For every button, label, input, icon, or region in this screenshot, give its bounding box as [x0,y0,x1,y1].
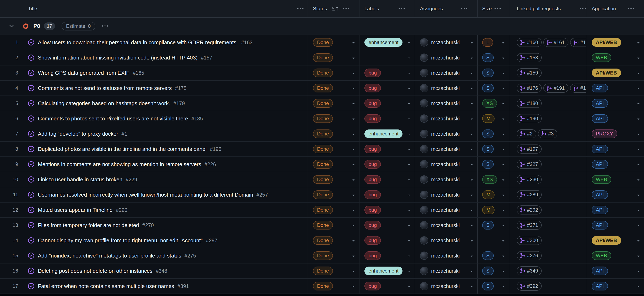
issue-title[interactable]: Show information about missing invitatio… [38,54,198,61]
pr-chip[interactable]: #161 [543,38,568,47]
status-pill[interactable]: Done [313,68,333,77]
app-pill[interactable]: API [592,190,608,199]
status-pill[interactable]: Done [313,38,333,47]
caret-down-icon[interactable] [470,238,474,243]
caret-down-icon[interactable] [351,71,356,75]
caret-down-icon[interactable] [407,208,411,212]
label-pill[interactable]: bug [364,99,381,108]
issue-title[interactable]: Muted users appear in Timeline [38,207,112,213]
labels-cell[interactable]: enhancement [360,35,415,50]
caret-down-icon[interactable] [407,40,411,45]
caret-down-icon[interactable] [501,147,506,152]
label-pill[interactable]: enhancement [364,38,402,47]
pr-chip[interactable]: #271 [517,221,542,230]
labels-cell[interactable]: enhancement [360,264,415,278]
status-column-menu-button[interactable] [343,6,349,12]
caret-down-icon[interactable] [636,193,641,197]
caret-down-icon[interactable] [636,254,641,258]
size-cell[interactable]: S [478,66,509,80]
size-pill[interactable]: M [482,114,494,123]
caret-down-icon[interactable] [407,193,411,197]
application-cell[interactable]: API/WEB [586,35,644,50]
status-pill[interactable]: Done [313,236,333,245]
labels-cell[interactable]: bug [360,81,415,96]
label-pill[interactable]: enhancement [364,130,402,138]
caret-down-icon[interactable] [407,269,411,273]
caret-down-icon[interactable] [501,223,506,228]
application-cell[interactable]: API [586,142,644,156]
size-cell[interactable]: S [478,126,509,141]
size-cell[interactable]: S [478,157,509,172]
assignees-cell[interactable]: mczachurski [415,111,478,126]
group-collapse-button[interactable] [8,23,15,30]
pr-chip[interactable]: #300 [517,236,542,245]
pr-chip[interactable]: #159 [517,68,542,78]
caret-down-icon[interactable] [501,86,506,90]
issue-title[interactable]: Calculating categories based on hashtags… [38,100,170,107]
pr-chip[interactable]: #190 [517,114,542,123]
caret-down-icon[interactable] [470,56,474,60]
caret-down-icon[interactable] [636,86,641,90]
pr-chip[interactable]: #3 [538,129,558,138]
column-header-assignees[interactable]: Assignees [415,0,478,17]
size-cell[interactable]: M [478,187,509,202]
caret-down-icon[interactable] [407,178,411,182]
size-pill[interactable]: M [482,190,494,199]
pr-chip[interactable]: #2 [517,129,536,138]
size-column-menu-button[interactable] [494,6,501,12]
label-pill[interactable]: bug [364,282,381,290]
caret-down-icon[interactable] [407,132,411,136]
status-cell[interactable]: Done [308,264,360,278]
status-pill[interactable]: Done [313,206,333,214]
app-pill[interactable]: API [592,114,608,123]
size-cell[interactable] [478,233,509,248]
app-pill[interactable]: API/WEB [592,68,621,77]
application-cell[interactable]: API [586,187,644,202]
caret-down-icon[interactable] [636,284,641,288]
pr-chip[interactable]: #292 [517,206,542,214]
labels-cell[interactable]: bug [360,96,415,111]
issue-title[interactable]: Comments are not send to statuses from r… [38,85,172,92]
caret-down-icon[interactable] [351,56,356,60]
status-cell[interactable]: Done [308,81,360,96]
caret-down-icon[interactable] [407,101,411,106]
caret-down-icon[interactable] [470,193,474,197]
size-cell[interactable]: S [478,264,509,278]
labels-cell[interactable] [360,50,415,65]
caret-down-icon[interactable] [470,284,474,288]
column-header-title[interactable]: Title [0,0,308,17]
caret-down-icon[interactable] [351,254,356,258]
caret-down-icon[interactable] [501,101,506,106]
labels-cell[interactable]: bug [360,202,415,217]
pr-chip[interactable]: #191 [543,84,568,93]
assignees-cell[interactable]: mczachurski [415,81,478,96]
size-pill[interactable]: S [482,130,494,138]
sort-ascending-icon[interactable] [332,6,338,12]
status-cell[interactable]: Done [308,66,360,80]
label-pill[interactable]: bug [364,206,381,214]
status-cell[interactable]: Done [308,233,360,248]
labels-cell[interactable]: bug [360,157,415,172]
caret-down-icon[interactable] [501,71,506,75]
labels-cell[interactable]: bug [360,233,415,248]
assignees-cell[interactable]: mczachurski [415,172,478,187]
caret-down-icon[interactable] [470,178,474,182]
size-pill[interactable]: XS [482,175,497,184]
application-cell[interactable]: API [586,96,644,111]
pr-chip[interactable]: #180 [517,99,542,108]
label-pill[interactable]: bug [364,145,381,153]
group-menu-button[interactable] [102,23,108,29]
caret-down-icon[interactable] [470,40,474,45]
size-pill[interactable]: M [482,206,494,214]
assignees-cell[interactable]: mczachurski [415,233,478,248]
caret-down-icon[interactable] [470,71,474,75]
pr-chip[interactable]: #19 [570,84,586,93]
assignees-cell[interactable]: mczachurski [415,202,478,217]
labels-cell[interactable]: bug [360,142,415,156]
caret-down-icon[interactable] [351,86,356,90]
pr-chip[interactable]: #227 [517,160,542,169]
status-pill[interactable]: Done [313,175,333,184]
label-pill[interactable]: bug [364,84,381,92]
status-cell[interactable]: Done [308,187,360,202]
pr-chip[interactable]: #230 [517,175,542,184]
